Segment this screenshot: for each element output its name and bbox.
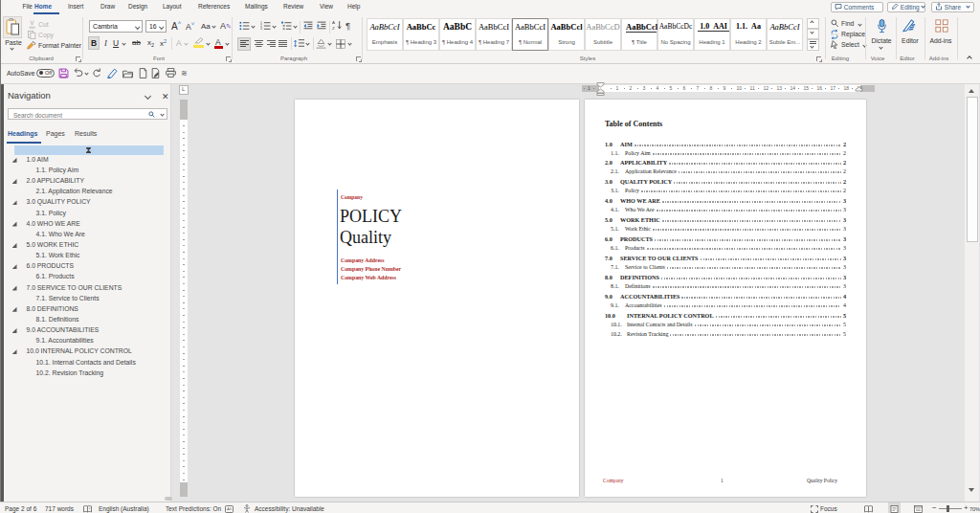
svg-text:3: 3 — [260, 27, 262, 31]
svg-text:A: A — [332, 20, 335, 25]
svg-text:Z: Z — [332, 26, 335, 31]
